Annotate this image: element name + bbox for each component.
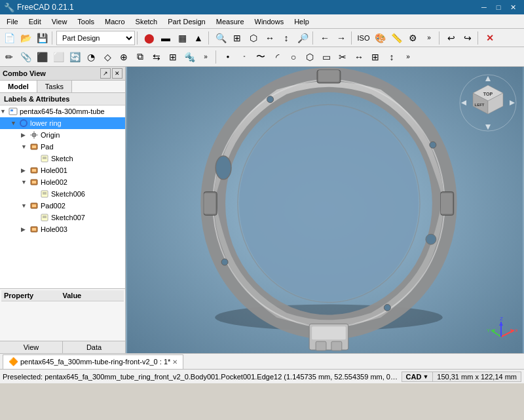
combo-close-btn[interactable]: ✕ [112,68,122,79]
combo-float-btn[interactable]: ↗ [100,68,111,79]
view-all-button[interactable]: ⊞ [229,30,245,46]
arrow-fwd-button[interactable]: → [333,30,349,46]
sketch-btn[interactable]: ✏ [1,49,17,65]
attach-btn[interactable]: 📎 [18,49,33,65]
undo-button[interactable]: ↩ [443,30,459,46]
arrow-back-button[interactable]: ← [317,30,333,46]
point-btn[interactable]: ● [220,49,236,65]
svg-marker-49 [485,124,491,130]
dim-btn[interactable]: ↕ [384,49,400,65]
part-btn2[interactable]: 🔩 [181,49,197,65]
tree-arrow-pad[interactable]: ▼ [21,143,29,150]
combo-bottom-bar: View Data [0,341,125,353]
tab-tasks[interactable]: Tasks [37,81,72,92]
tree-item-pad002[interactable]: ▼Pad002 [0,200,125,212]
new-file-button[interactable]: 📄 [1,30,17,46]
menu-item-windows[interactable]: Windows [250,16,290,27]
tab-model[interactable]: Model [0,81,37,92]
arc-btn[interactable]: ◜ [269,49,285,65]
iso-view-button[interactable]: ISO [356,30,371,46]
measure-button[interactable]: 📏 [388,30,404,46]
mirror-btn[interactable]: ⇆ [149,49,164,65]
tree-item-pad[interactable]: ▼Pad [0,141,125,153]
view-fit-button[interactable]: 🔍 [213,30,229,46]
tree-arrow-origin[interactable]: ▶ [21,132,29,138]
menu-item-part design[interactable]: Part Design [162,16,210,27]
sphere-button[interactable]: ⬤ [141,30,157,46]
svg-rect-39 [316,341,326,351]
array-btn[interactable]: ⊞ [165,49,181,65]
menu-item-edit[interactable]: Edit [24,16,47,27]
tools-more[interactable]: » [400,49,416,65]
rect-btn[interactable]: ▭ [318,49,334,65]
cube-button[interactable]: ▦ [174,30,190,46]
fillet-btn[interactable]: ◔ [83,49,99,65]
view-front-button[interactable]: ↔ [262,30,278,46]
tree-arrow-hole003[interactable]: ▶ [21,226,29,233]
app-icon: 🔧 [4,3,14,12]
tree-item-hole002[interactable]: ▼Hole002 [0,176,125,188]
menu-item-file[interactable]: File [1,16,24,27]
menu-item-macro[interactable]: Macro [100,16,130,27]
circle-btn[interactable]: ○ [286,49,301,65]
view-top-button[interactable]: ↕ [278,30,294,46]
tree-item-root[interactable]: ▼pentax645-fa-300mm-tube [0,105,125,117]
tree-item-hole001[interactable]: ▶Hole001 [0,164,125,176]
tree-arrow-hole001[interactable]: ▶ [21,167,29,174]
extend-btn[interactable]: ↔ [351,49,367,65]
more-button[interactable]: » [421,30,437,46]
doc-tab-ring[interactable]: 🔶 pentax645_fa_300mm-tube-ring-front-v2_… [3,354,183,369]
trim-btn[interactable]: ✂ [335,49,350,65]
clone-btn[interactable]: ⧉ [132,49,148,65]
menu-bar: FileEditViewToolsMacroSketchPart DesignM… [0,14,524,29]
pocket-btn[interactable]: ⬜ [50,49,66,65]
3d-viewport[interactable]: TOP LEFT X Y Z [126,67,524,353]
tree-arrow-hole002[interactable]: ▼ [21,179,29,185]
svg-marker-48 [485,76,491,81]
revolve-btn[interactable]: 🔄 [67,49,83,65]
menu-item-sketch[interactable]: Sketch [130,16,163,27]
tree-item-sketch007[interactable]: Sketch007 [0,212,125,223]
redo-button[interactable]: ↪ [460,30,476,46]
navigation-cube[interactable]: TOP LEFT [458,73,517,132]
cone-button[interactable]: ▲ [191,30,206,46]
tree-item-lower_ring[interactable]: ▼lower ring [0,117,125,129]
constrain-btn[interactable]: ⊞ [367,49,383,65]
pad-btn[interactable]: ⬛ [34,49,50,65]
tree-item-sketch[interactable]: Sketch [0,153,125,164]
polygon-btn[interactable]: ⬡ [302,49,318,65]
save-button[interactable]: 💾 [34,30,50,46]
spline-btn[interactable]: 〜 [253,49,269,65]
tree-arrow-pad002[interactable]: ▼ [21,202,29,209]
doc-tab-close-btn[interactable]: ✕ [172,358,178,366]
cad-status[interactable]: CAD ▼ [402,372,434,382]
zoom-in-button[interactable]: 🔎 [295,30,310,46]
tree-arrow-root[interactable]: ▼ [0,108,8,115]
tree-arrow-lower_ring[interactable]: ▼ [10,120,18,126]
cylinder-button[interactable]: ▬ [158,30,174,46]
tree-item-sketch006[interactable]: Sketch006 [0,188,125,200]
minimize-button[interactable]: ─ [477,0,491,14]
chamfer-btn[interactable]: ◇ [100,49,115,65]
tree-scroll-area[interactable]: ▼pentax645-fa-300mm-tube▼lower ring▶Orig… [0,105,125,288]
line-btn[interactable]: ⁃ [236,49,252,65]
data-btn[interactable]: Data [63,341,125,353]
open-file-button[interactable]: 📂 [18,30,33,46]
settings-button[interactable]: ⚙ [405,30,421,46]
tree-item-origin[interactable]: ▶Origin [0,129,125,141]
view-btn[interactable]: View [0,341,63,353]
close-button[interactable]: ✕ [506,0,520,14]
more-btn2[interactable]: » [198,49,214,65]
workbench-dropdown[interactable]: Part Design [56,31,135,45]
close-x-button[interactable]: ✕ [482,30,498,46]
menu-item-measure[interactable]: Measure [211,16,250,27]
menu-item-view[interactable]: View [47,16,73,27]
cad-dropdown-arrow[interactable]: ▼ [422,373,428,380]
shading-button[interactable]: 🎨 [372,30,388,46]
view-3d-button[interactable]: ⬡ [246,30,261,46]
tree-item-hole003[interactable]: ▶Hole003 [0,223,125,235]
boolean-btn[interactable]: ⊕ [116,49,132,65]
maximize-button[interactable]: □ [491,0,506,14]
menu-item-tools[interactable]: Tools [72,16,100,27]
menu-item-help[interactable]: Help [289,16,314,27]
